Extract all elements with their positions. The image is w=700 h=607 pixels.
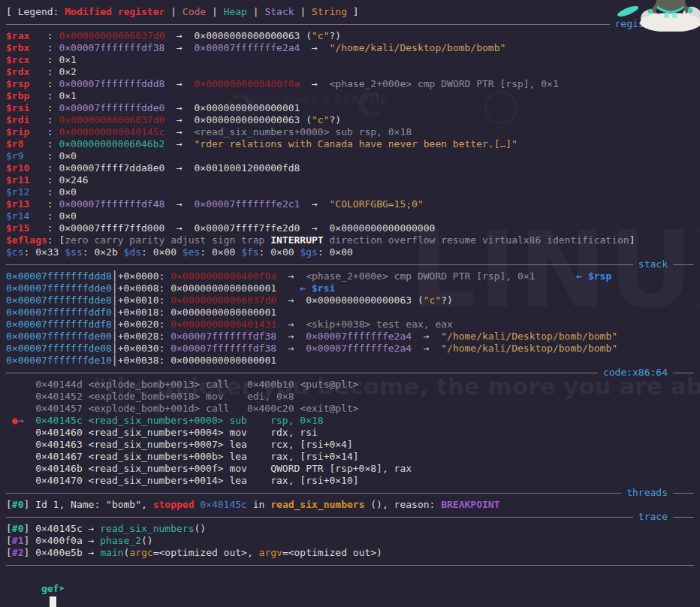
stack-panel: 0×00007fffffffddd8│+0×0000: 0×0000000000… bbox=[6, 270, 694, 367]
threads-panel: [#0] Id 1, Name: "bomb", stopped 0×40145… bbox=[6, 499, 694, 511]
terminal-line: $rip : 0×000000000040145c → <read_six_nu… bbox=[6, 126, 694, 138]
gef-terminal[interactable]: LINUX "the quieter you become, the more … bbox=[0, 0, 700, 607]
divider-line bbox=[6, 373, 598, 373]
terminal-line: [#0] 0×40145c → read_six_numbers() bbox=[6, 523, 694, 535]
terminal-line: $r11 : 0×246 bbox=[6, 174, 694, 186]
terminal-line: 0×401452 <explode_bomb+0018> mov edi, 0×… bbox=[6, 391, 694, 403]
terminal-line: $rsp : 0×00007fffffffddd8 → 0×0000000000… bbox=[6, 78, 694, 90]
section-header-code: code:x86:64 bbox=[6, 367, 694, 379]
terminal-line: 0×401467 <read_six_numbers+000b> lea rax… bbox=[6, 451, 694, 463]
divider-line bbox=[6, 517, 633, 518]
terminal-line: 0×00007fffffffde08│+0×0030: 0×00007fffff… bbox=[6, 343, 694, 355]
terminal-line: 0×40146b <read_six_numbers+000f> mov QWO… bbox=[6, 463, 694, 475]
divider-line bbox=[6, 264, 633, 265]
section-title-trace: trace bbox=[633, 511, 673, 523]
text-cursor bbox=[50, 596, 56, 607]
terminal-line: 0×00007fffffffde10│+0×0038: 0×0000000000… bbox=[6, 355, 694, 367]
terminal-line: [#0] Id 1, Name: "bomb", stopped 0×40145… bbox=[6, 499, 694, 511]
legend-line: [ Legend: Modified register | Code | Hea… bbox=[6, 6, 694, 18]
terminal-line: ●→ 0×40145c <read_six_numbers+0000> sub … bbox=[6, 415, 694, 427]
trace-panel: [#0] 0×40145c → read_six_numbers()[#1] 0… bbox=[6, 523, 694, 559]
terminal-line: $r8 : 0×00000000006046b2 → "rder relatio… bbox=[6, 138, 694, 150]
gef-prompt-label: gef➤ bbox=[41, 583, 65, 594]
section-header-stack: stack bbox=[6, 258, 694, 270]
terminal-line: $rbx : 0×00007fffffffdf38 → 0×00007fffff… bbox=[6, 42, 694, 54]
terminal-line: $eflags: [zero carry parity adjust sign … bbox=[6, 234, 694, 246]
terminal-line: 0×00007fffffffdde0│+0×0008: 0×0000000000… bbox=[6, 282, 694, 294]
section-title-threads: threads bbox=[621, 487, 673, 499]
terminal-line: $rdx : 0×2 bbox=[6, 66, 694, 78]
terminal-line: $rsi : 0×00007fffffffdde0 → 0×0000000000… bbox=[6, 102, 694, 114]
terminal-line: [#2] 0×400e5b → main(argc=<optimized out… bbox=[6, 547, 694, 559]
terminal-line: 0×00007fffffffdde8│+0×0010: 0×0000000000… bbox=[6, 294, 694, 307]
prompt-line[interactable]: gef➤ bbox=[6, 571, 694, 583]
chibi-character-sticker bbox=[616, 0, 700, 32]
terminal-content: [ Legend: Modified register | Code | Hea… bbox=[6, 6, 694, 583]
terminal-line: $r10 : 0×00007ffff7dda8e0 → 0×0010001200… bbox=[6, 162, 694, 174]
terminal-line: $rbp : 0×1 bbox=[6, 90, 694, 102]
divider-line bbox=[673, 517, 694, 518]
section-header-registers: registers bbox=[6, 18, 694, 30]
terminal-line: 0×401463 <read_six_numbers+0007> lea rcx… bbox=[6, 439, 694, 451]
terminal-line: 0×00007fffffffde00│+0×0028: 0×00007fffff… bbox=[6, 331, 694, 343]
terminal-line: $r13 : 0×00007fffffffdf48 → 0×00007fffff… bbox=[6, 198, 694, 210]
terminal-line: $rdi : 0×00000000006037d0 → 0×0000000000… bbox=[6, 114, 694, 126]
divider-line bbox=[6, 24, 610, 25]
terminal-line: 0×00007fffffffddf8│+0×0020: 0×0000000000… bbox=[6, 319, 694, 331]
section-header-threads: threads bbox=[6, 487, 694, 499]
terminal-line: 0×401457 <explode_bomb+001d> call 0×400c… bbox=[6, 403, 694, 415]
bottom-divider bbox=[6, 559, 694, 571]
terminal-line: [ Legend: Modified register | Code | Hea… bbox=[6, 6, 694, 18]
section-title-stack: stack bbox=[633, 258, 673, 270]
divider-line bbox=[673, 264, 694, 265]
terminal-line: $cs: 0×33 $ss: 0×2b $ds: 0×00 $es: 0×00 … bbox=[6, 246, 694, 258]
terminal-line: 0×00007fffffffddd8│+0×0000: 0×0000000000… bbox=[6, 270, 694, 282]
terminal-line: $r14 : 0×0 bbox=[6, 210, 694, 222]
divider-line bbox=[6, 565, 694, 566]
divider-line bbox=[6, 493, 621, 494]
terminal-line: 0×00007fffffffddf0│+0×0018: 0×0000000000… bbox=[6, 307, 694, 319]
terminal-line: $r9 : 0×0 bbox=[6, 150, 694, 162]
divider-line bbox=[673, 493, 694, 494]
terminal-line: $rcx : 0×1 bbox=[6, 54, 694, 66]
terminal-line: 0×401460 <read_six_numbers+0004> mov rdx… bbox=[6, 427, 694, 439]
terminal-line: [#1] 0×400f0a → phase_2() bbox=[6, 535, 694, 547]
code-panel: 0×40144d <explode_bomb+0013> call 0×400b… bbox=[6, 379, 694, 487]
terminal-line: 0×40144d <explode_bomb+0013> call 0×400b… bbox=[6, 379, 694, 391]
section-header-trace: trace bbox=[6, 511, 694, 523]
divider-line bbox=[673, 373, 694, 373]
terminal-line: $r12 : 0×0 bbox=[6, 186, 694, 198]
section-title-code: code:x86:64 bbox=[598, 367, 673, 379]
terminal-line: 0×401470 <read_six_numbers+0014> lea rax… bbox=[6, 475, 694, 487]
terminal-line: $rax : 0×00000000006037d0 → 0×0000000000… bbox=[6, 30, 694, 42]
terminal-line: $r15 : 0×00007ffff7ffd000 → 0×00007ffff7… bbox=[6, 222, 694, 234]
registers-panel: $rax : 0×00000000006037d0 → 0×0000000000… bbox=[6, 30, 694, 258]
